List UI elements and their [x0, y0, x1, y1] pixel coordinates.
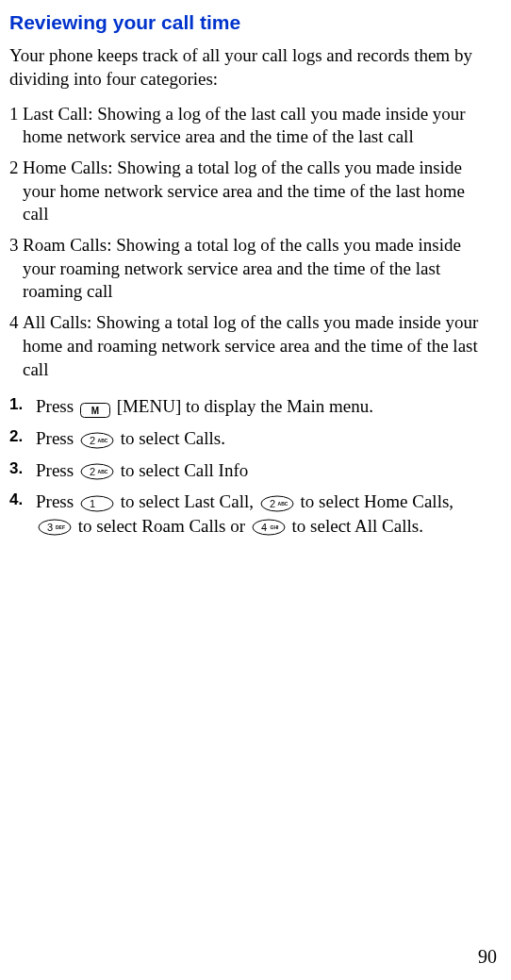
- svg-text:M: M: [91, 406, 99, 416]
- one-key-icon: 1: [80, 494, 114, 511]
- category-num: 1: [9, 103, 23, 149]
- step-mid3: to select Roam Calls or: [74, 516, 250, 536]
- step-pre: Press: [36, 428, 78, 448]
- svg-text:ABC: ABC: [97, 469, 107, 474]
- category-text: Last Call: Showing a log of the last cal…: [23, 103, 492, 149]
- svg-point-16: [253, 520, 285, 535]
- step-text: Press 1 to select Last Call, 2ABC to sel…: [36, 490, 492, 538]
- category-num: 2: [9, 157, 23, 226]
- step-post: to select Call Info: [116, 460, 248, 480]
- category-num: 3: [9, 234, 23, 304]
- step-text: Press M [MENU] to display the Main menu.: [36, 394, 492, 419]
- step-4: 4. Press 1 to select Last Call, 2ABC to …: [9, 490, 492, 538]
- section-title: Reviewing your call time: [9, 9, 492, 35]
- category-item-4: 4 All Calls: Showing a total log of the …: [9, 311, 492, 381]
- step-post: to select Calls.: [116, 428, 225, 448]
- four-key-icon: 4GHI: [252, 518, 286, 535]
- svg-point-8: [81, 496, 113, 511]
- step-mid2: to select Home Calls,: [296, 491, 453, 511]
- category-num: 4: [9, 311, 23, 381]
- svg-text:2: 2: [270, 498, 275, 509]
- three-key-icon: 3DEF: [38, 518, 72, 535]
- step-2: 2. Press 2ABC to select Calls.: [9, 426, 492, 451]
- category-text: Home Calls: Showing a total log of the c…: [23, 157, 492, 226]
- step-list: 1. Press M [MENU] to display the Main me…: [9, 394, 492, 538]
- step-text: Press 2ABC to select Call Info: [36, 458, 492, 483]
- svg-text:ABC: ABC: [277, 501, 288, 507]
- step-pre: Press: [36, 460, 78, 480]
- step-number: 2.: [9, 426, 36, 447]
- svg-text:DEF: DEF: [56, 524, 65, 530]
- two-key-icon: 2ABC: [80, 462, 114, 479]
- m-key-icon: M: [80, 400, 110, 415]
- page-number: 90: [478, 944, 497, 969]
- svg-text:4: 4: [261, 522, 267, 533]
- two-key-icon: 2ABC: [260, 494, 294, 511]
- svg-text:2: 2: [90, 466, 95, 477]
- step-number: 4.: [9, 490, 36, 510]
- category-text: Roam Calls: Showing a total log of the c…: [23, 234, 492, 304]
- step-1: 1. Press M [MENU] to display the Main me…: [9, 394, 492, 419]
- svg-point-13: [39, 520, 71, 535]
- svg-text:GHI: GHI: [270, 524, 279, 530]
- svg-text:1: 1: [90, 498, 95, 509]
- step-post: [MENU] to display the Main menu.: [112, 396, 373, 416]
- svg-text:ABC: ABC: [97, 438, 107, 443]
- step-pre: Press: [36, 396, 78, 416]
- step-mid1: to select Last Call,: [116, 491, 258, 511]
- category-item-2: 2 Home Calls: Showing a total log of the…: [9, 157, 492, 226]
- step-number: 3.: [9, 458, 36, 479]
- step-number: 1.: [9, 394, 36, 415]
- category-item-3: 3 Roam Calls: Showing a total log of the…: [9, 234, 492, 304]
- intro-paragraph: Your phone keeps track of all your call …: [9, 44, 492, 91]
- step-pre: Press: [36, 491, 78, 511]
- two-key-icon: 2ABC: [80, 431, 114, 448]
- svg-text:2: 2: [90, 435, 95, 446]
- svg-text:3: 3: [47, 522, 53, 533]
- category-list: 1 Last Call: Showing a log of the last c…: [9, 103, 492, 382]
- step-text: Press 2ABC to select Calls.: [36, 426, 492, 451]
- step-3: 3. Press 2ABC to select Call Info: [9, 458, 492, 483]
- category-text: All Calls: Showing a total log of the ca…: [23, 311, 492, 381]
- category-item-1: 1 Last Call: Showing a log of the last c…: [9, 103, 492, 149]
- step-post: to select All Calls.: [288, 516, 423, 536]
